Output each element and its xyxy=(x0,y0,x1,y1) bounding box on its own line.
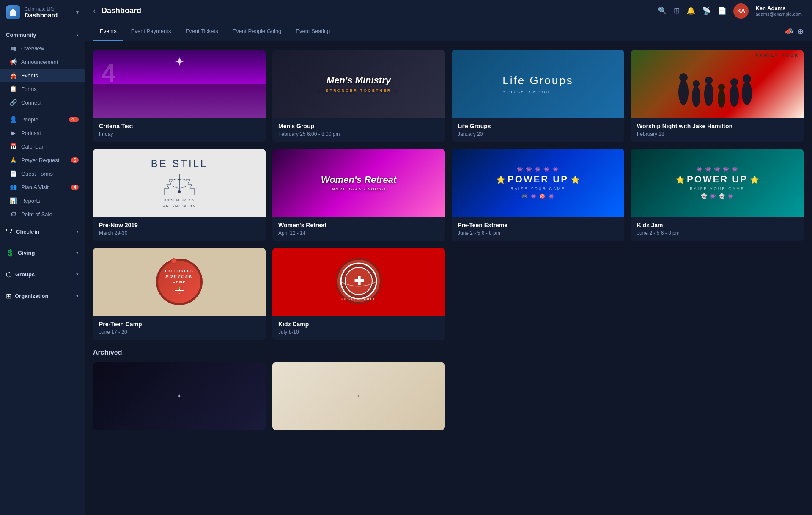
svg-point-3 xyxy=(693,80,700,87)
svg-point-12 xyxy=(178,190,181,193)
sidebar-item-podcast[interactable]: ▶ Podcast xyxy=(0,126,85,140)
topbar-actions: 🔍 ⊞ 🔔 📡 📄 KA Ken Adams adams@example.com xyxy=(658,3,804,19)
archived-event-image-1: ✦ xyxy=(93,362,266,430)
reports-label: Reports xyxy=(21,198,41,204)
archived-section: Archived ✦ ✦ xyxy=(93,349,804,430)
teal-game-icon-3: 👾 xyxy=(714,166,720,172)
archived-event-2[interactable]: ✦ xyxy=(272,362,445,430)
camp-logo: EXPLORERS PRETEEN CAMP xyxy=(156,259,203,305)
logo-chevron-icon: ▾ xyxy=(76,9,79,15)
events-grid: 4 ✦ Criteria Test Friday Men's Ministry xyxy=(93,50,804,340)
sidebar-item-calendar[interactable]: 📅 Calendar xyxy=(0,140,85,153)
event-card-kidz-jam[interactable]: 👾 👾 👾 👾 👾 ⭐ POWER UP ⭐ RAISE YOUR GAME 👻 xyxy=(631,149,804,241)
event-image-worship-night: FAMILY TOUR xyxy=(631,50,804,118)
tab-events[interactable]: Events xyxy=(93,22,123,41)
reports-icon: 📊 xyxy=(9,197,17,204)
page-title: Dashboard xyxy=(102,6,652,15)
doc-icon[interactable]: 📄 xyxy=(718,6,727,15)
teal-game-icons-top: 👾 👾 👾 👾 👾 xyxy=(675,166,759,172)
event-card-criteria-test[interactable]: 4 ✦ Criteria Test Friday xyxy=(93,50,266,142)
svg-point-1 xyxy=(679,73,688,82)
svg-point-10 xyxy=(742,81,752,105)
sidebar-item-announcement[interactable]: 📢 Announcement xyxy=(0,55,85,69)
sidebar-item-overview[interactable]: ▦ Overview xyxy=(0,41,85,55)
camp-overlay: EXPLORERS PRETEEN CAMP xyxy=(93,248,266,316)
community-section-title: Community xyxy=(6,32,36,38)
power-up-teal-overlay: 👾 👾 👾 👾 👾 ⭐ POWER UP ⭐ RAISE YOUR GAME 👻 xyxy=(631,149,804,217)
groups-header[interactable]: ⬡ Groups ▾ xyxy=(0,267,85,282)
event-title-pre-teen-camp: Pre-Teen Camp xyxy=(99,321,260,328)
sidebar-item-forms[interactable]: 📋 Forms xyxy=(0,82,85,96)
sidebar-item-guest-forms[interactable]: 📄 Guest Forms xyxy=(0,167,85,180)
sidebar-item-prayer-request[interactable]: 🙏 Prayer Request 6 xyxy=(0,153,85,167)
organization-header[interactable]: ⊞ Organization ▾ xyxy=(0,289,85,303)
checkin-icon: 🛡 xyxy=(6,228,13,235)
concert-crowd xyxy=(93,84,266,118)
tab-event-tickets[interactable]: Event Tickets xyxy=(178,22,225,41)
camp-circle: EXPLORERS PRETEEN CAMP xyxy=(156,259,203,305)
groups-icon: ⬡ xyxy=(6,270,12,278)
logo-icon xyxy=(6,5,20,19)
sidebar-item-point-of-sale[interactable]: 🏷 Point of Sale xyxy=(0,207,85,221)
event-title-pre-teen-extreme: Pre-Teen Extreme xyxy=(458,222,618,229)
giving-icon: 💲 xyxy=(6,249,14,257)
app-title: Dashboard xyxy=(25,11,58,19)
event-card-worship-night[interactable]: FAMILY TOUR xyxy=(631,50,804,142)
back-button[interactable]: ‹ xyxy=(93,6,96,15)
prayer-badge: 6 xyxy=(71,157,79,163)
organization-chevron-icon: ▾ xyxy=(76,293,79,299)
mens-ministry-text: Men's Ministry — STRONGER TOGETHER — xyxy=(318,75,398,93)
teal-game-icon-9: 👾 xyxy=(727,193,734,199)
event-card-womens-retreat[interactable]: Women's Retreat MORE THAN ENOUGH Women's… xyxy=(272,149,445,241)
archived-1-text: ✦ xyxy=(177,393,181,399)
event-card-pre-now[interactable]: BE STILL PSALM 46:10 PR xyxy=(93,149,266,241)
svg-point-0 xyxy=(678,80,689,105)
camp-dot xyxy=(171,258,177,264)
svg-point-9 xyxy=(730,78,738,86)
giving-header[interactable]: 💲 Giving ▾ xyxy=(0,245,85,260)
family-tour-bg: FAMILY TOUR xyxy=(631,50,804,118)
sidebar-item-people[interactable]: 👤 People 41 xyxy=(0,113,85,126)
svg-point-5 xyxy=(705,77,713,84)
shield-overlay: ✚ UNSTOPPABLE xyxy=(272,248,445,316)
checkin-header[interactable]: 🛡 Check-in ▾ xyxy=(0,224,85,239)
megaphone-icon[interactable]: 📣 xyxy=(785,27,793,36)
apps-icon[interactable]: ⊞ xyxy=(674,6,680,15)
overview-icon: ▦ xyxy=(9,45,17,52)
archived-title: Archived xyxy=(93,349,804,356)
sidebar-item-reports[interactable]: 📊 Reports xyxy=(0,194,85,207)
be-still-overlay: BE STILL PSALM 46:10 PR xyxy=(93,149,266,217)
svg-point-2 xyxy=(692,86,700,107)
giving-label: Giving xyxy=(18,250,35,256)
event-card-mens-group[interactable]: Men's Ministry — STRONGER TOGETHER — Men… xyxy=(272,50,445,142)
checkin-section: 🛡 Check-in ▾ xyxy=(0,221,85,242)
archived-event-1[interactable]: ✦ xyxy=(93,362,266,430)
plan-a-visit-badge: 4 xyxy=(71,185,79,190)
tab-event-people-going[interactable]: Event People Going xyxy=(226,22,288,41)
community-section-header[interactable]: Community ▴ xyxy=(0,28,85,41)
sidebar-item-plan-a-visit[interactable]: 👥 Plan A Visit 4 xyxy=(0,180,85,194)
event-card-body-kidz-camp: Kidz Camp July 8-10 xyxy=(272,316,445,340)
event-card-kidz-camp[interactable]: ✚ UNSTOPPABLE Kidz Camp July 8-10 xyxy=(272,248,445,340)
event-card-pre-teen-camp[interactable]: EXPLORERS PRETEEN CAMP xyxy=(93,248,266,340)
user-avatar[interactable]: KA xyxy=(733,3,749,19)
event-card-pre-teen-extreme[interactable]: 👾 👾 👾 👾 👾 ⭐ POWER UP ⭐ RAISE YOUR GAME 🎮 xyxy=(452,149,624,241)
tab-event-payments[interactable]: Event Payments xyxy=(124,22,178,41)
search-icon[interactable]: 🔍 xyxy=(658,6,667,15)
broadcast-icon[interactable]: 📡 xyxy=(702,6,711,15)
sidebar-logo[interactable]: Culminate Life Dashboard ▾ xyxy=(0,0,85,25)
be-still-text: BE STILL PSALM 46:10 PR xyxy=(151,158,208,208)
calendar-icon: 📅 xyxy=(9,143,17,150)
notifications-icon[interactable]: 🔔 xyxy=(686,6,695,15)
sidebar-item-connect[interactable]: 🔗 Connect xyxy=(0,96,85,109)
prayer-request-label: Prayer Request xyxy=(21,157,59,163)
game-icon-4: 👾 xyxy=(543,166,550,172)
event-date-kidz-jam: June 2 - 5 6 - 8 pm xyxy=(637,230,798,236)
sidebar-item-events[interactable]: 🎪 Events xyxy=(0,69,85,82)
add-event-icon[interactable]: ⊕ xyxy=(797,27,804,36)
tab-event-seating[interactable]: Event Seating xyxy=(289,22,337,41)
event-image-kidz-camp: ✚ UNSTOPPABLE xyxy=(272,248,445,316)
event-card-life-groups[interactable]: Life Groups A PLACE FOR YOU Life Groups … xyxy=(452,50,624,142)
game-icons-bottom: 🎮 👾 🎯 👾 xyxy=(496,193,580,199)
event-title-criteria-test: Criteria Test xyxy=(99,123,260,129)
